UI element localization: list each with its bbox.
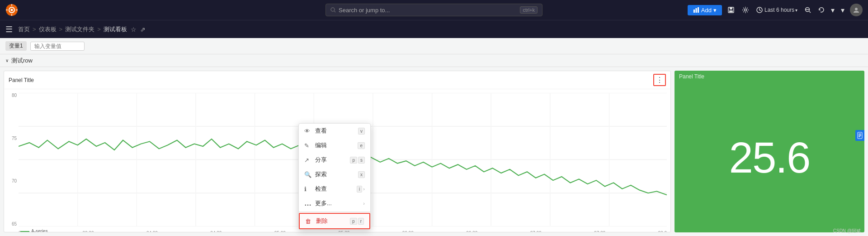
breadcrumb-dashboards-link[interactable]: 仪表板 (39, 25, 57, 34)
menu-explore-shortcut: x (358, 171, 365, 178)
time-range-button[interactable]: Last 6 hours ▾ (755, 5, 799, 15)
shortcut-key-s: s (358, 157, 365, 164)
menu-more-arrow: › (363, 201, 365, 206)
user-avatar[interactable] (850, 4, 863, 16)
menu-item-edit[interactable]: ✎ 编辑 e (299, 138, 370, 153)
search-placeholder-text: Search or jump to... (339, 7, 520, 14)
grafana-logo[interactable] (5, 4, 18, 16)
svg-point-20 (855, 8, 858, 10)
menu-item-inspect[interactable]: ℹ 检查 i › (299, 182, 370, 196)
menu-item-share[interactable]: ↗ 分享 p s (299, 153, 370, 167)
refresh-dropdown-button[interactable]: ▾ (830, 6, 835, 14)
top-nav-right: Add ▾ Last 6 hours ▾ ▾ ▾ (688, 4, 863, 16)
row-title: 测试row (11, 57, 33, 65)
svg-rect-14 (729, 10, 733, 12)
panel-stat: Panel Title 25.6 (675, 71, 864, 232)
breadcrumb-sep-2: > (59, 26, 63, 33)
x-label-0530: 05:30 (338, 231, 349, 232)
breadcrumb: 首页 > 仪表板 > 测试文件夹 > 测试看板 (18, 25, 127, 34)
kioskmode-button[interactable]: ▾ (839, 4, 846, 16)
inspect-arrow: › (363, 186, 365, 192)
dashboard-content: Panel Title ⋮ 80 75 70 65 (0, 67, 868, 236)
hamburger-menu-button[interactable]: ☰ (5, 24, 13, 34)
variables-bar: 变量1 (0, 38, 868, 54)
menu-inspect-shortcut: i › (357, 186, 365, 193)
breadcrumb-actions: ☆ ⇗ (131, 26, 146, 33)
y-label-80: 80 (12, 93, 17, 98)
x-label-0330: 03:30 (82, 231, 94, 232)
x-label-0730: 07:30 (594, 231, 605, 232)
svg-point-7 (331, 8, 335, 11)
row-collapse-chevron: ∨ (5, 58, 9, 63)
secondary-navigation: ☰ 首页 > 仪表板 > 测试文件夹 > 测试看板 ☆ ⇗ (0, 20, 868, 38)
y-label-70: 70 (12, 178, 17, 183)
save-dashboard-button[interactable] (726, 5, 736, 15)
legend-label-a-series: A-series (31, 229, 48, 232)
share-dashboard-button[interactable]: ⇗ (140, 26, 146, 33)
menu-edit-shortcut: e (358, 142, 365, 149)
chart-legend: A-series (20, 229, 48, 232)
refresh-icon (818, 7, 825, 13)
svg-rect-13 (730, 7, 732, 10)
y-axis: 80 75 70 65 (4, 93, 19, 226)
shortcut-key-i: i (357, 186, 362, 193)
y-label-75: 75 (12, 136, 17, 141)
menu-edit-label: 编辑 (315, 141, 354, 149)
top-navigation: Search or jump to... ctrl+k Add ▾ Last 6… (0, 0, 868, 20)
legend-line-a-series (20, 231, 29, 232)
svg-rect-11 (698, 7, 699, 13)
menu-share-shortcut: p s (350, 157, 365, 164)
menu-item-view[interactable]: 👁 查看 v (299, 124, 370, 138)
svg-line-8 (335, 11, 336, 13)
bar-chart-icon (693, 7, 699, 13)
menu-more-label: 更多... (315, 199, 359, 207)
refresh-button[interactable] (816, 5, 826, 15)
watermark: CSDN @阿斌 (833, 228, 861, 234)
delete-icon: 🗑 (305, 218, 312, 225)
menu-item-explore[interactable]: 🔍 探索 x (299, 167, 370, 182)
panel-stat-title: Panel Title (675, 71, 864, 82)
settings-icon (742, 6, 749, 14)
plugin-svg-icon (857, 132, 863, 139)
breadcrumb-current: 测试看板 (104, 25, 127, 34)
edit-icon: ✎ (304, 142, 311, 149)
breadcrumb-sep-3: > (97, 26, 101, 33)
search-icon (330, 7, 336, 13)
menu-view-shortcut: v (358, 128, 365, 135)
user-icon (853, 6, 860, 14)
shortcut-key-e: e (358, 142, 365, 149)
menu-delete-shortcut: p r (350, 218, 364, 225)
svg-rect-9 (693, 10, 695, 13)
search-bar[interactable]: Search or jump to... ctrl+k (326, 4, 542, 16)
panel-chart-menu-button[interactable]: ⋮ (653, 74, 666, 86)
panel-stat-value: 25.6 (675, 82, 864, 232)
breadcrumb-sep-1: > (33, 26, 36, 33)
menu-delete-label: 删除 (316, 217, 346, 225)
svg-rect-10 (695, 8, 697, 13)
settings-button[interactable] (740, 5, 751, 15)
breadcrumb-home-link[interactable]: 首页 (18, 25, 30, 34)
breadcrumb-folder-link[interactable]: 测试文件夹 (65, 25, 94, 34)
menu-item-more[interactable]: … 更多... › (299, 196, 370, 211)
svg-rect-37 (859, 134, 861, 135)
search-keyboard-shortcut: ctrl+k (520, 6, 538, 14)
clock-icon (756, 7, 763, 13)
star-dashboard-button[interactable]: ☆ (131, 26, 137, 33)
x-label-0800: 08:0 (658, 231, 667, 232)
add-button[interactable]: Add ▾ (688, 5, 722, 15)
menu-view-label: 查看 (315, 127, 354, 135)
x-axis: 03:00 03:30 04:00 04:30 05:00 05:30 06:0… (19, 231, 667, 232)
shortcut-key-x: x (358, 171, 365, 178)
variable-input[interactable] (30, 42, 85, 51)
y-label-65: 65 (12, 222, 17, 226)
shortcut-key-r: r (358, 218, 364, 225)
zoom-out-button[interactable] (803, 5, 813, 15)
explore-icon: 🔍 (304, 171, 311, 178)
x-label-0500: 05:00 (274, 231, 286, 232)
shortcut-key-p2: p (350, 218, 357, 225)
dashboard-row-header[interactable]: ∨ 测试row (0, 54, 868, 67)
menu-item-delete[interactable]: 🗑 删除 p r (299, 213, 370, 229)
menu-inspect-label: 检查 (315, 185, 353, 193)
svg-point-15 (744, 9, 746, 11)
shortcut-key-v: v (358, 128, 365, 135)
